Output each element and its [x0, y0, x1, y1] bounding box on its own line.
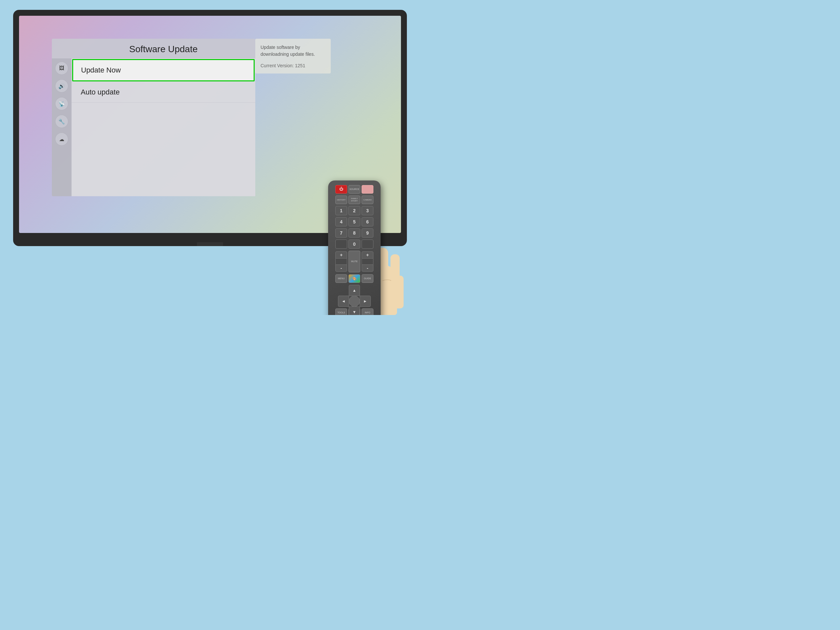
num-5[interactable]: 5 — [349, 217, 360, 226]
remote-with-hand: ⏻ SOURCE HISTORY FAMILYSTORY CAMERA 1 2 … — [322, 167, 420, 315]
num-blank-right[interactable] — [362, 240, 373, 249]
smart-button[interactable]: 🎨 — [349, 274, 360, 283]
source-button[interactable]: SOURCE — [349, 185, 360, 194]
num-8[interactable]: 8 — [349, 228, 360, 238]
num-3[interactable]: 3 — [362, 206, 373, 215]
camera-button[interactable]: CAMERA — [362, 196, 373, 204]
settings-panel: Software Update 🖼 🔊 📡 🔧 ☁ Update Now Aut… — [52, 39, 255, 196]
remote-row-2: HISTORY FAMILYSTORY CAMERA — [332, 196, 377, 204]
sidebar: 🖼 🔊 📡 🔧 ☁ — [52, 58, 71, 196]
volume-control: + - — [335, 251, 347, 272]
info-description: Update software by downloadning update f… — [261, 44, 325, 58]
num-9[interactable]: 9 — [362, 228, 373, 238]
history-button[interactable]: HISTORY — [335, 196, 347, 204]
remote-numpad-row2: 4 5 6 — [332, 217, 377, 226]
num-1[interactable]: 1 — [335, 206, 347, 215]
num-0[interactable]: 0 — [349, 240, 360, 249]
picture-icon[interactable]: 🖼 — [55, 62, 68, 75]
remote-vol-row: + - MUTE + - — [332, 251, 377, 272]
info-panel: Update software by downloadning update f… — [255, 39, 331, 74]
vol-label — [335, 259, 347, 264]
ch-down[interactable]: - — [362, 264, 373, 272]
mute-button[interactable]: MUTE — [349, 251, 360, 272]
cloud-icon[interactable]: ☁ — [55, 133, 68, 146]
version-label: Current Version: 1251 — [261, 63, 325, 68]
power-button[interactable]: ⏻ — [335, 185, 347, 194]
remote-row-top: ⏻ SOURCE — [332, 185, 377, 194]
ch-label — [362, 259, 373, 264]
menu-item-auto-update[interactable]: Auto update — [71, 82, 255, 103]
remote-numpad-row3: 7 8 9 — [332, 228, 377, 238]
menu-content: Update Now Auto update — [71, 58, 255, 196]
num-blank-left[interactable] — [335, 240, 347, 249]
nav-right[interactable]: ► — [360, 296, 371, 307]
pink-button[interactable] — [362, 185, 373, 194]
num-4[interactable]: 4 — [335, 217, 347, 226]
num-6[interactable]: 6 — [362, 217, 373, 226]
remote-menu-row: MENU 🎨 GUIDE — [332, 274, 377, 283]
nav-down[interactable]: ▼ — [349, 306, 360, 315]
settings-body: 🖼 🔊 📡 🔧 ☁ Update Now Auto update — [52, 58, 255, 196]
ch-up[interactable]: + — [362, 251, 373, 259]
broadcast-icon[interactable]: 📡 — [55, 97, 68, 110]
guide-button[interactable]: GUIDE — [362, 274, 373, 283]
nav-ok[interactable] — [349, 296, 360, 307]
family-story-button[interactable]: FAMILYSTORY — [349, 196, 360, 204]
num-7[interactable]: 7 — [335, 228, 347, 238]
sound-icon[interactable]: 🔊 — [55, 79, 68, 93]
nav-cross: ▲ ▼ ◄ ► — [338, 285, 371, 315]
channel-control: + - — [362, 251, 373, 272]
remote-numpad-row1: 1 2 3 — [332, 206, 377, 215]
menu-button[interactable]: MENU — [335, 274, 347, 283]
nav-area: ▲ ▼ ◄ ► — [332, 285, 377, 306]
remote-numpad-row4: 0 — [332, 240, 377, 249]
settings-title: Software Update — [52, 39, 255, 58]
vol-up[interactable]: + — [335, 251, 347, 259]
menu-item-update-now[interactable]: Update Now — [72, 59, 255, 81]
tv-stand — [197, 242, 223, 246]
nav-left[interactable]: ◄ — [338, 296, 349, 307]
vol-down[interactable]: - — [335, 264, 347, 272]
num-2[interactable]: 2 — [349, 206, 360, 215]
nav-up[interactable]: ▲ — [349, 285, 360, 296]
tools-icon[interactable]: 🔧 — [55, 115, 68, 128]
remote-control: ⏻ SOURCE HISTORY FAMILYSTORY CAMERA 1 2 … — [328, 180, 381, 315]
